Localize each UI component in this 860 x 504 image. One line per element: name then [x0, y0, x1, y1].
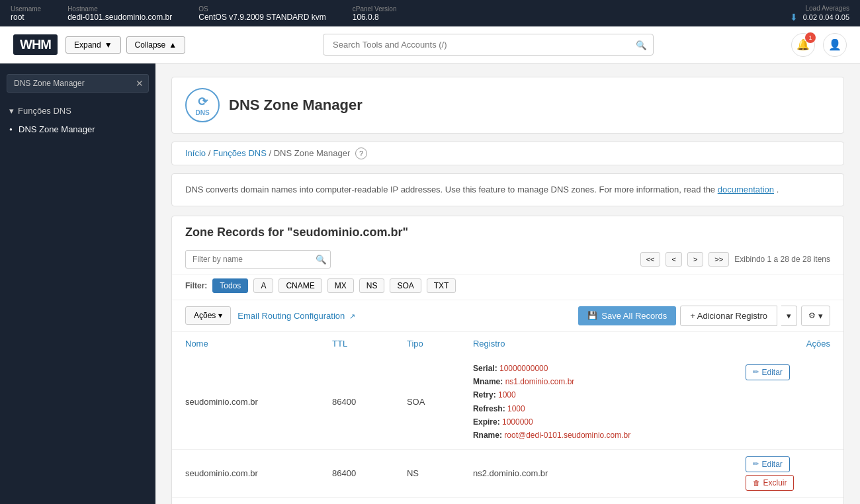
sidebar-item-dns-zone-manager[interactable]: DNS Zone Manager [0, 120, 155, 139]
record-acoes: ✏ Editar 🗑 Excluir [732, 449, 843, 497]
external-link-icon: ↗ [349, 312, 355, 320]
collapse-icon: ▲ [169, 40, 177, 50]
filter-a-button[interactable]: A [253, 278, 273, 293]
filter-name-input[interactable] [185, 250, 331, 269]
header-bar: WHM Expand ▼ Collapse ▲ 🔍 🔔 1 👤 [0, 26, 860, 63]
filter-search-button[interactable]: 🔍 [316, 254, 327, 264]
sidebar-section-dns-header[interactable]: ▾ Funções DNS [0, 102, 155, 120]
meta-os: OS CentOS v7.9.2009 STANDARD kvm [198, 5, 326, 22]
top-meta-bar: Username root Hostname dedi-0101.seudomi… [0, 0, 860, 26]
meta-hostname: Hostname dedi-0101.seudominio.com.br [67, 5, 172, 22]
zone-section-header: Zone Records for "seudominio.com.br" [172, 216, 843, 245]
record-ttl: 86400 [319, 497, 394, 504]
breadcrumb: Início / Funções DNS / DNS Zone Manager … [171, 142, 844, 165]
action-bar: Ações ▾ Email Routing Configuration ↗ 💾 … [172, 300, 843, 332]
zone-controls: 🔍 << < > >> Exibindo 1 a 28 de 28 itens [172, 245, 843, 274]
add-record-button[interactable]: + Adicionar Registro [680, 306, 777, 326]
load-down-icon: ⬇ [790, 12, 798, 22]
meta-cpanel: cPanel Version 106.0.8 [353, 5, 397, 22]
documentation-link[interactable]: documentation [718, 185, 774, 194]
record-ttl: 86400 [319, 449, 394, 497]
search-area: 🔍 [323, 34, 654, 56]
delete-record-button[interactable]: 🗑 Excluir [746, 475, 794, 491]
record-acoes: ✏ Editar 🗑 Excluir [732, 497, 843, 504]
record-nome: seudominio.com.br [172, 449, 319, 497]
trash-icon: 🗑 [753, 479, 760, 487]
record-registro: ns2.dominio.com.br [460, 449, 733, 497]
breadcrumb-current: DNS Zone Manager [274, 148, 351, 158]
table-row: seudominio.com.br 86400 SOA Serial: 1000… [172, 355, 843, 450]
col-tipo[interactable]: Tipo [394, 332, 460, 355]
breadcrumb-funcoes-dns[interactable]: Funções DNS [213, 148, 267, 158]
pagination-first-button[interactable]: << [640, 252, 661, 267]
filter-cname-button[interactable]: CNAME [279, 278, 322, 293]
filter-ns-button[interactable]: NS [359, 278, 385, 293]
chevron-down-icon: ▾ [787, 311, 791, 321]
edit-record-button[interactable]: ✏ Editar [746, 456, 789, 472]
main-content: ⟳ DNS DNS Zone Manager Início / Funções … [155, 63, 860, 504]
breadcrumb-inicio[interactable]: Início [185, 148, 206, 158]
meta-username: Username root [11, 5, 41, 22]
record-registro: ns1.dominio.com.br [460, 497, 733, 504]
save-icon: 💾 [587, 311, 597, 320]
notifications-button[interactable]: 🔔 1 [791, 33, 815, 57]
record-ttl: 86400 [319, 355, 394, 450]
user-icon: 👤 [828, 38, 841, 51]
pagination-last-button[interactable]: >> [709, 252, 729, 267]
table-row: seudominio.com.br 86400 NS ns1.dominio.c… [172, 497, 843, 504]
filter-mx-button[interactable]: MX [327, 278, 354, 293]
header-right: 🔔 1 👤 [791, 33, 847, 57]
sidebar: ✕ ▾ Funções DNS DNS Zone Manager [0, 63, 155, 504]
pencil-icon: ✏ [753, 460, 759, 468]
filter-todos-button[interactable]: Todos [212, 278, 248, 293]
email-routing-link[interactable]: Email Routing Configuration ↗ [237, 311, 355, 321]
expand-button[interactable]: Expand ▼ [65, 36, 121, 54]
record-registro: Serial: 10000000000 Mname: ns1.dominio.c… [460, 355, 733, 450]
pagination-next-button[interactable]: > [687, 252, 703, 267]
save-all-records-button[interactable]: 💾 Save All Records [578, 306, 676, 325]
filter-soa-button[interactable]: SOA [390, 278, 421, 293]
pagination-status: Exibindo 1 a 28 de 28 itens [734, 255, 830, 264]
sidebar-section-dns: ▾ Funções DNS DNS Zone Manager [0, 98, 155, 143]
search-icon-button[interactable]: 🔍 [636, 40, 647, 50]
pencil-icon: ✏ [753, 368, 759, 376]
header-left: WHM Expand ▼ Collapse ▲ [13, 34, 185, 55]
sidebar-search-clear-button[interactable]: ✕ [136, 78, 144, 89]
filter-bar: Filter: Todos A CNAME MX NS SOA TXT [172, 274, 843, 300]
col-acoes: Ações [732, 332, 843, 355]
header-buttons: Expand ▼ Collapse ▲ [65, 36, 185, 54]
chevron-down-icon: ▾ [9, 106, 14, 116]
notification-badge: 1 [805, 32, 816, 43]
record-tipo: SOA [394, 355, 460, 450]
sidebar-search-area: ✕ [7, 74, 149, 93]
add-record-split-button[interactable]: ▾ [781, 306, 797, 326]
edit-record-button[interactable]: ✏ Editar [746, 364, 789, 380]
expand-icon: ▼ [105, 40, 112, 50]
record-tipo: NS [394, 497, 460, 504]
description-text: DNS converts domain names into computer-… [171, 173, 844, 206]
gear-chevron-icon: ▾ [818, 311, 823, 321]
pagination-prev-button[interactable]: < [666, 252, 681, 267]
record-nome: seudominio.com.br [172, 355, 319, 450]
collapse-button[interactable]: Collapse ▲ [126, 36, 186, 54]
acoes-dropdown-button[interactable]: Ações ▾ [185, 306, 231, 325]
filter-search-icon: 🔍 [316, 254, 327, 264]
dns-icon: ⟳ DNS [185, 88, 220, 122]
col-nome[interactable]: Nome [172, 332, 319, 355]
help-icon[interactable]: ? [355, 147, 367, 159]
page-title: DNS Zone Manager [229, 97, 363, 114]
sidebar-search-input[interactable] [7, 74, 149, 93]
user-account-button[interactable]: 👤 [823, 33, 847, 57]
filter-txt-button[interactable]: TXT [427, 278, 456, 293]
top-meta-info: Username root Hostname dedi-0101.seudomi… [11, 5, 396, 22]
whm-logo: WHM [13, 34, 58, 55]
settings-gear-button[interactable]: ⚙ ▾ [801, 306, 830, 326]
search-input[interactable] [323, 34, 654, 56]
record-acoes: ✏ Editar [732, 355, 843, 450]
gear-icon: ⚙ [808, 311, 816, 320]
table-row: seudominio.com.br 86400 NS ns2.dominio.c… [172, 449, 843, 497]
records-table: Nome TTL Tipo Registro Ações seudominio.… [172, 332, 843, 505]
record-tipo: NS [394, 449, 460, 497]
col-registro: Registro [460, 332, 733, 355]
col-ttl[interactable]: TTL [319, 332, 394, 355]
